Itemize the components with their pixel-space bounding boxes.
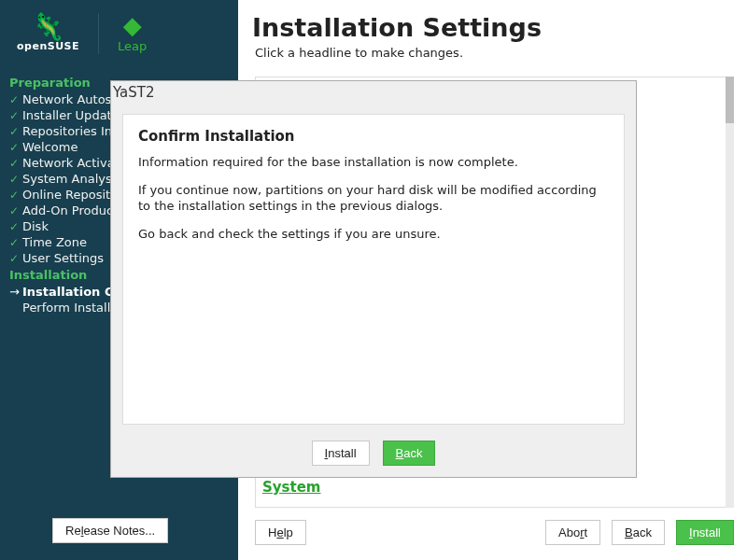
help-button[interactable]: Help bbox=[255, 520, 306, 545]
chameleon-icon: 🦎 bbox=[32, 14, 64, 40]
dialog-window-title: YaST2 bbox=[113, 84, 155, 101]
opensuse-text: openSUSE bbox=[17, 40, 79, 52]
dialog-text-3: Go back and check the settings if you ar… bbox=[138, 226, 609, 243]
check-icon: ✓ bbox=[9, 252, 22, 265]
dialog-body: Confirm Installation Information require… bbox=[122, 114, 625, 425]
check-icon: ✓ bbox=[9, 236, 22, 249]
release-notes-button[interactable]: Release Notes... bbox=[52, 518, 168, 543]
check-icon: ✓ bbox=[9, 109, 22, 122]
logo-divider bbox=[98, 13, 99, 54]
page-title: Installation Settings bbox=[238, 0, 747, 44]
back-button[interactable]: Back bbox=[612, 520, 665, 545]
leap-diamond-icon: ◆ bbox=[123, 13, 142, 37]
dialog-back-button[interactable]: Back bbox=[383, 441, 436, 466]
dialog-text-2: If you continue now, partitions on your … bbox=[138, 182, 609, 215]
arrow-right-icon: → bbox=[9, 285, 22, 299]
opensuse-logo: 🦎 openSUSE bbox=[17, 14, 79, 52]
leap-text: Leap bbox=[118, 39, 147, 53]
page-subtitle: Click a headline to make changes. bbox=[238, 44, 747, 69]
leap-logo: ◆ Leap bbox=[118, 13, 147, 53]
install-button[interactable]: Install bbox=[676, 520, 734, 545]
check-icon: ✓ bbox=[9, 141, 22, 154]
abort-button[interactable]: Abort bbox=[545, 520, 600, 545]
scrollbar[interactable] bbox=[726, 77, 734, 508]
bottom-bar: Help Abort Back Install bbox=[255, 517, 734, 551]
confirm-installation-dialog: YaST2 Confirm Installation Information r… bbox=[110, 80, 637, 478]
check-icon: ✓ bbox=[9, 173, 22, 186]
sidebar-header: 🦎 openSUSE ◆ Leap bbox=[0, 0, 238, 66]
check-icon: ✓ bbox=[9, 204, 22, 217]
dialog-text-1: Information required for the base instal… bbox=[138, 154, 609, 171]
system-headline-link[interactable]: System bbox=[262, 479, 320, 496]
check-icon: ✓ bbox=[9, 93, 22, 106]
check-icon: ✓ bbox=[9, 189, 22, 202]
dialog-install-button[interactable]: Install bbox=[312, 441, 370, 466]
check-icon: ✓ bbox=[9, 220, 22, 233]
dialog-button-row: Install Back bbox=[111, 441, 636, 466]
check-icon: ✓ bbox=[9, 125, 22, 138]
check-icon: ✓ bbox=[9, 157, 22, 170]
dialog-heading: Confirm Installation bbox=[138, 128, 609, 145]
